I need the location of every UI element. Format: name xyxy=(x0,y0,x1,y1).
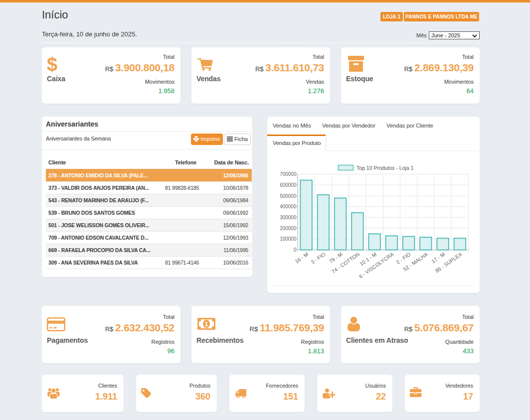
svg-text:400000: 400000 xyxy=(280,204,297,209)
svg-text:Top 10 Produtos - Loja 1: Top 10 Produtos - Loja 1 xyxy=(356,165,414,171)
svg-text:700000: 700000 xyxy=(280,171,297,177)
svg-text:100000: 100000 xyxy=(280,236,297,242)
svg-text:1: 1 xyxy=(204,320,208,328)
svg-text:600000: 600000 xyxy=(280,182,297,188)
svg-text:500000: 500000 xyxy=(280,193,297,199)
svg-text:16 - M: 16 - M xyxy=(294,251,309,265)
svg-text:200000: 200000 xyxy=(280,226,297,231)
svg-text:3 - FIO: 3 - FIO xyxy=(310,251,327,266)
svg-text:0: 0 xyxy=(294,247,297,253)
svg-text:300000: 300000 xyxy=(280,215,297,220)
